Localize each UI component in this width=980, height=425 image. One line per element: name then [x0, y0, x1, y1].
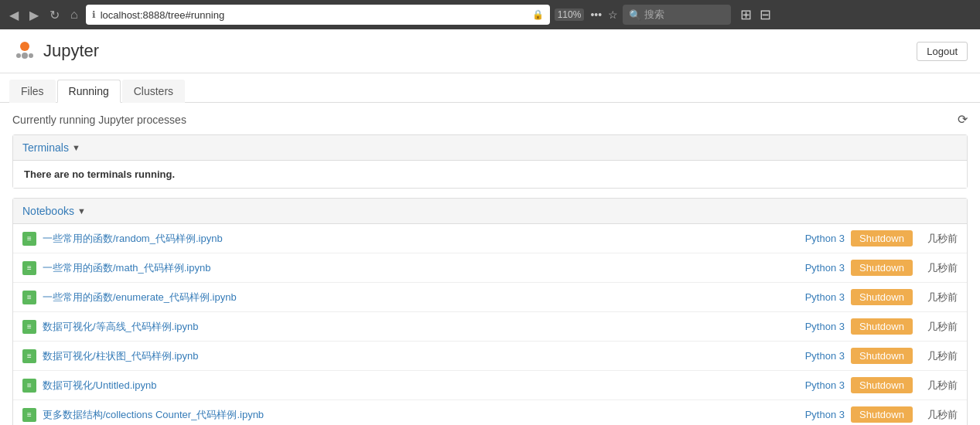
notebook-icon: ≡ [22, 232, 36, 246]
notebook-icon: ≡ [22, 261, 36, 275]
terminals-section-header[interactable]: Terminals ▼ [13, 135, 967, 161]
tab-files[interactable]: Files [9, 80, 56, 103]
search-icon: 🔍 [629, 9, 641, 21]
kernel-label: Python 3 [790, 262, 845, 274]
reload-button[interactable]: ↻ [46, 6, 63, 24]
notebooks-section: Notebooks ▼ ≡ 一些常用的函数/random_代码样例.ipynb … [12, 198, 968, 425]
notebook-row: ≡ 数据可视化/Untitled.ipynb Python 3 Shutdown… [13, 371, 967, 400]
notebook-icon: ≡ [22, 349, 36, 363]
kernel-label: Python 3 [790, 350, 845, 362]
notebook-icon: ≡ [22, 291, 36, 304]
jupyter-logo: Jupyter [12, 39, 99, 63]
refresh-icon[interactable]: ⟳ [958, 112, 968, 127]
notebook-row: ≡ 数据可视化/等高线_代码样例.ipynb Python 3 Shutdown… [13, 312, 967, 342]
terminals-label: Terminals [22, 141, 69, 154]
shutdown-button[interactable]: Shutdown [851, 318, 913, 335]
notebooks-label: Notebooks [22, 205, 74, 217]
svg-point-3 [29, 53, 33, 58]
shutdown-button[interactable]: Shutdown [851, 377, 913, 393]
sidebar-toggle-icon[interactable]: ⊞ [740, 6, 752, 23]
notebook-link[interactable]: 一些常用的函数/math_代码样例.ipynb [43, 261, 784, 275]
more-options[interactable]: ••• [590, 8, 602, 21]
kernel-label: Python 3 [790, 379, 845, 391]
shutdown-button[interactable]: Shutdown [851, 230, 913, 246]
terminals-section-body: There are no terminals running. [13, 161, 967, 188]
logo-text: Jupyter [43, 41, 99, 61]
connection-icon: 🔒 [532, 9, 544, 20]
forward-button[interactable]: ▶ [26, 6, 42, 24]
time-label: 几秒前 [919, 232, 958, 246]
shutdown-button[interactable]: Shutdown [851, 406, 913, 423]
kernel-label: Python 3 [790, 291, 845, 303]
notebooks-caret-icon: ▼ [77, 206, 86, 216]
notebook-row: ≡ 一些常用的函数/random_代码样例.ipynb Python 3 Shu… [13, 224, 967, 253]
notebook-link[interactable]: 一些常用的函数/random_代码样例.ipynb [43, 232, 784, 246]
notebook-row: ≡ 一些常用的函数/enumerate_代码样例.ipynb Python 3 … [13, 283, 967, 312]
time-label: 几秒前 [919, 320, 958, 334]
notebook-link[interactable]: 更多数据结构/collections Counter_代码样例.ipynb [43, 408, 784, 422]
svg-point-1 [22, 53, 28, 59]
logout-button[interactable]: Logout [917, 42, 968, 61]
running-header: Currently running Jupyter processes ⟳ [12, 112, 968, 127]
browser-controls: 110% ••• ☆ [555, 8, 618, 21]
notebook-icon: ≡ [22, 379, 36, 393]
svg-point-2 [16, 53, 21, 58]
layout-icon[interactable]: ⊟ [760, 6, 771, 23]
search-box[interactable]: 🔍 搜索 [623, 5, 731, 25]
kernel-label: Python 3 [790, 321, 845, 332]
notebooks-section-body: ≡ 一些常用的函数/random_代码样例.ipynb Python 3 Shu… [13, 224, 967, 425]
svg-point-0 [20, 42, 29, 51]
zoom-level: 110% [555, 8, 585, 21]
running-title: Currently running Jupyter processes [12, 114, 186, 126]
shutdown-button[interactable]: Shutdown [851, 348, 913, 364]
time-label: 几秒前 [919, 291, 958, 304]
main-content: Currently running Jupyter processes ⟳ Te… [0, 103, 980, 425]
notebook-link[interactable]: 数据可视化/柱状图_代码样例.ipynb [43, 349, 784, 363]
notebook-row: ≡ 数据可视化/柱状图_代码样例.ipynb Python 3 Shutdown… [13, 342, 967, 371]
tabs-bar: Files Running Clusters [0, 73, 980, 103]
time-label: 几秒前 [919, 261, 958, 275]
jupyter-logo-icon [12, 39, 37, 63]
notebook-row: ≡ 更多数据结构/collections Counter_代码样例.ipynb … [13, 400, 967, 425]
time-label: 几秒前 [919, 349, 958, 363]
browser-chrome: ◀ ▶ ↻ ⌂ ℹ localhost:8888/tree#running 🔒 … [0, 0, 980, 29]
terminals-caret-icon: ▼ [72, 143, 80, 152]
notebooks-section-header[interactable]: Notebooks ▼ [13, 199, 967, 224]
shutdown-button[interactable]: Shutdown [851, 289, 913, 305]
info-icon: ℹ [92, 9, 96, 20]
tab-running[interactable]: Running [57, 80, 121, 103]
no-terminals-message: There are no terminals running. [13, 161, 967, 188]
url-text: localhost:8888/tree#running [101, 9, 528, 21]
back-button[interactable]: ◀ [6, 6, 22, 24]
search-placeholder: 搜索 [644, 8, 664, 22]
notebook-link[interactable]: 数据可视化/Untitled.ipynb [43, 379, 784, 393]
tab-clusters[interactable]: Clusters [122, 80, 185, 103]
notebook-link[interactable]: 数据可视化/等高线_代码样例.ipynb [43, 320, 784, 334]
kernel-label: Python 3 [790, 409, 845, 420]
notebook-link[interactable]: 一些常用的函数/enumerate_代码样例.ipynb [43, 291, 784, 304]
page-header: Jupyter Logout [0, 29, 980, 73]
kernel-label: Python 3 [790, 233, 845, 244]
time-label: 几秒前 [919, 408, 958, 422]
time-label: 几秒前 [919, 379, 958, 393]
address-bar[interactable]: ℹ localhost:8888/tree#running 🔒 [86, 5, 550, 25]
home-button[interactable]: ⌂ [67, 6, 81, 23]
shutdown-button[interactable]: Shutdown [851, 260, 913, 276]
terminals-section: Terminals ▼ There are no terminals runni… [12, 134, 968, 189]
notebook-icon: ≡ [22, 408, 36, 422]
bookmark-icon[interactable]: ☆ [608, 8, 618, 21]
notebook-icon: ≡ [22, 320, 36, 334]
notebook-row: ≡ 一些常用的函数/math_代码样例.ipynb Python 3 Shutd… [13, 253, 967, 283]
